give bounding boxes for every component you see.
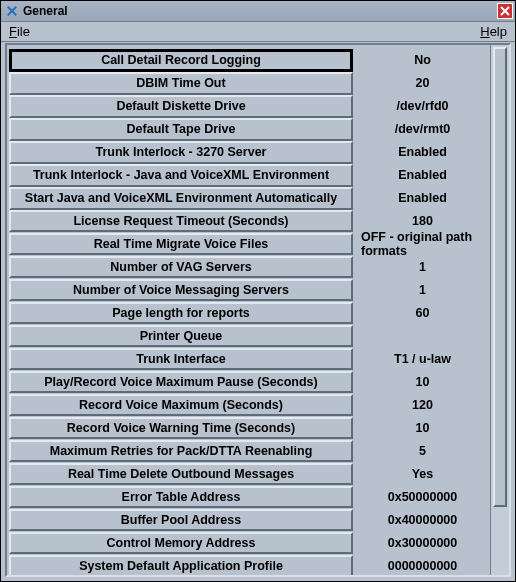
setting-label-button[interactable]: DBIM Time Out	[9, 72, 353, 95]
setting-label-button[interactable]: Control Memory Address	[9, 532, 353, 555]
settings-row: Number of Voice Messaging Servers1	[9, 279, 488, 302]
setting-value: 180	[357, 210, 488, 233]
setting-value: 60	[357, 302, 488, 325]
setting-label-button[interactable]: Buffer Pool Address	[9, 509, 353, 532]
setting-label-button[interactable]: Record Voice Maximum (Seconds)	[9, 394, 353, 417]
menu-help[interactable]: Help	[480, 24, 507, 39]
setting-label-button[interactable]: Record Voice Warning Time (Seconds)	[9, 417, 353, 440]
content-area: Call Detail Record LoggingNoDBIM Time Ou…	[5, 43, 511, 577]
setting-value: 0x50000000	[357, 486, 488, 509]
setting-label-button[interactable]: Trunk Interface	[9, 348, 353, 371]
setting-label-button[interactable]: Number of Voice Messaging Servers	[9, 279, 353, 302]
setting-label-button[interactable]: Call Detail Record Logging	[9, 49, 353, 72]
setting-value: Enabled	[357, 164, 488, 187]
setting-label-button[interactable]: Start Java and VoiceXML Environment Auto…	[9, 187, 353, 210]
window-title: General	[23, 4, 68, 18]
setting-label-button[interactable]: Maximum Retries for Pack/DTTA Reenabling	[9, 440, 353, 463]
setting-label-button[interactable]: System Default Application Profile	[9, 555, 353, 575]
settings-row: Maximum Retries for Pack/DTTA Reenabling…	[9, 440, 488, 463]
close-icon	[500, 6, 510, 16]
settings-row: Error Table Address0x50000000	[9, 486, 488, 509]
setting-value: 0000000000	[357, 555, 488, 575]
setting-value: /dev/rfd0	[357, 95, 488, 118]
setting-value: Enabled	[357, 187, 488, 210]
setting-value: 0x40000000	[357, 509, 488, 532]
menu-file[interactable]: File	[9, 24, 30, 39]
setting-value: No	[357, 49, 488, 72]
setting-label-button[interactable]: Default Diskette Drive	[9, 95, 353, 118]
settings-row: Real Time Migrate Voice FilesOFF - origi…	[9, 233, 488, 256]
setting-value	[357, 325, 488, 348]
settings-row: Record Voice Warning Time (Seconds)10	[9, 417, 488, 440]
settings-row: Trunk Interlock - Java and VoiceXML Envi…	[9, 164, 488, 187]
settings-row: Call Detail Record LoggingNo	[9, 49, 488, 72]
setting-label-button[interactable]: Trunk Interlock - Java and VoiceXML Envi…	[9, 164, 353, 187]
settings-row: Trunk InterfaceT1 / u-law	[9, 348, 488, 371]
setting-value: Enabled	[357, 141, 488, 164]
setting-value: 120	[357, 394, 488, 417]
settings-row: System Default Application Profile000000…	[9, 555, 488, 575]
setting-value: 5	[357, 440, 488, 463]
titlebar: General	[1, 1, 515, 22]
setting-value: T1 / u-law	[357, 348, 488, 371]
setting-value: 10	[357, 417, 488, 440]
setting-label-button[interactable]: Trunk Interlock - 3270 Server	[9, 141, 353, 164]
setting-label-button[interactable]: Real Time Migrate Voice Files	[9, 233, 353, 256]
settings-row: DBIM Time Out20	[9, 72, 488, 95]
setting-value: 0x30000000	[357, 532, 488, 555]
settings-row: Default Tape Drive/dev/rmt0	[9, 118, 488, 141]
settings-row: Printer Queue	[9, 325, 488, 348]
setting-label-button[interactable]: Play/Record Voice Maximum Pause (Seconds…	[9, 371, 353, 394]
settings-row: Start Java and VoiceXML Environment Auto…	[9, 187, 488, 210]
app-x-icon	[5, 4, 19, 18]
settings-row: Control Memory Address0x30000000	[9, 532, 488, 555]
setting-label-button[interactable]: Printer Queue	[9, 325, 353, 348]
settings-row: Record Voice Maximum (Seconds)120	[9, 394, 488, 417]
close-button[interactable]	[497, 3, 513, 19]
setting-label-button[interactable]: Number of VAG Servers	[9, 256, 353, 279]
settings-row: Real Time Delete Outbound MessagesYes	[9, 463, 488, 486]
vertical-scrollbar[interactable]	[490, 45, 509, 575]
settings-row: Number of VAG Servers1	[9, 256, 488, 279]
setting-value: 1	[357, 279, 488, 302]
setting-value: 1	[357, 256, 488, 279]
settings-row: License Request Timeout (Seconds)180	[9, 210, 488, 233]
setting-label-button[interactable]: Error Table Address	[9, 486, 353, 509]
settings-row: Buffer Pool Address0x40000000	[9, 509, 488, 532]
settings-row: Play/Record Voice Maximum Pause (Seconds…	[9, 371, 488, 394]
setting-value: 20	[357, 72, 488, 95]
settings-table: Call Detail Record LoggingNoDBIM Time Ou…	[7, 45, 490, 575]
setting-value: 10	[357, 371, 488, 394]
settings-row: Trunk Interlock - 3270 ServerEnabled	[9, 141, 488, 164]
setting-value: OFF - original path formats	[357, 233, 488, 256]
setting-label-button[interactable]: License Request Timeout (Seconds)	[9, 210, 353, 233]
settings-row: Page length for reports60	[9, 302, 488, 325]
general-settings-window: General File Help Call Detail Record Log…	[0, 0, 516, 582]
scrollbar-thumb[interactable]	[493, 47, 507, 507]
setting-value: Yes	[357, 463, 488, 486]
settings-row: Default Diskette Drive/dev/rfd0	[9, 95, 488, 118]
setting-label-button[interactable]: Default Tape Drive	[9, 118, 353, 141]
setting-label-button[interactable]: Page length for reports	[9, 302, 353, 325]
setting-value: /dev/rmt0	[357, 118, 488, 141]
menubar: File Help	[1, 22, 515, 42]
setting-label-button[interactable]: Real Time Delete Outbound Messages	[9, 463, 353, 486]
